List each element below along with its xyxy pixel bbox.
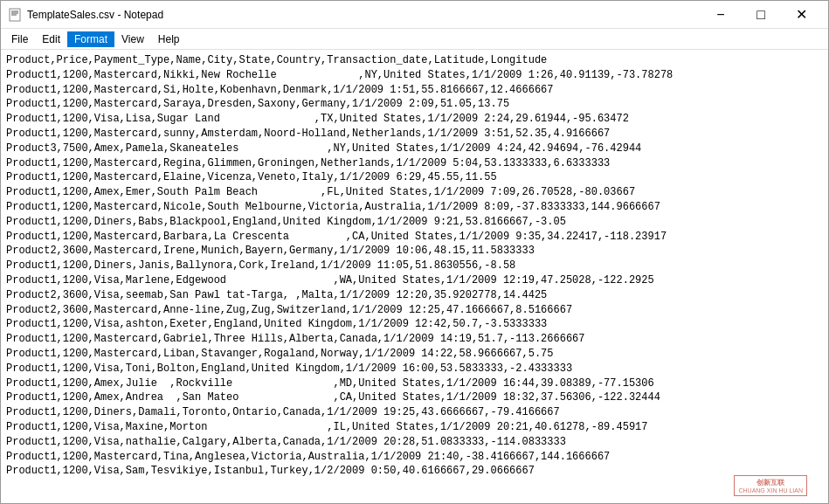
menu-item-edit[interactable]: Edit — [35, 31, 67, 47]
menu-item-view[interactable]: View — [114, 31, 151, 47]
minimize-button[interactable]: − — [701, 1, 741, 29]
title-bar: TemplateSales.csv - Notepad − □ ✕ — [1, 1, 828, 29]
notepad-window: TemplateSales.csv - Notepad − □ ✕ FileEd… — [0, 0, 829, 504]
menu-item-file[interactable]: File — [4, 31, 35, 47]
close-button[interactable]: ✕ — [781, 1, 821, 29]
window-title: TemplateSales.csv - Notepad — [27, 9, 163, 21]
menu-item-help[interactable]: Help — [151, 31, 187, 47]
watermark: 创新互联 CHUANG XIN HU LIAN — [734, 475, 807, 496]
text-editor[interactable]: Product,Price,Payment_Type,Name,City,Sta… — [1, 50, 828, 503]
menu-bar: FileEditFormatViewHelp — [1, 29, 828, 50]
title-bar-left: TemplateSales.csv - Notepad — [8, 8, 163, 22]
window-controls: − □ ✕ — [701, 1, 821, 29]
content-area: Product,Price,Payment_Type,Name,City,Sta… — [1, 50, 828, 503]
menu-item-format[interactable]: Format — [67, 31, 114, 47]
app-icon — [8, 8, 22, 22]
maximize-button[interactable]: □ — [741, 1, 781, 29]
